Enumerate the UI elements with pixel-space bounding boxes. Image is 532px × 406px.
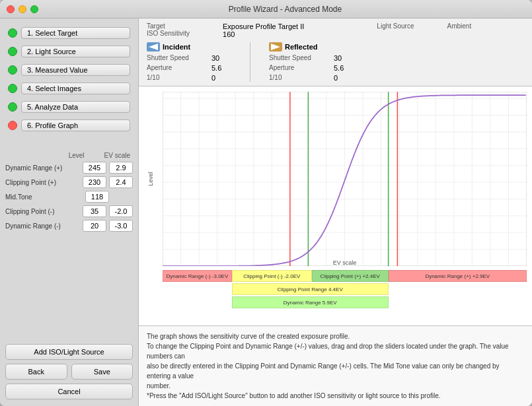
x-axis-label: EV scale [163,259,527,266]
legend-bar: Clipping Point (-) -2.0EV [232,270,312,282]
reflected-tenth-label: 1/10 [269,74,328,82]
metric-level-input-0[interactable] [83,162,106,174]
metric-label-3: Clipping Point (-) [5,208,80,215]
reflected-section: Reflected Shutter Speed 30 Aperture 5.6 … [269,42,354,82]
back-save-row: Back Save [5,364,133,380]
step-dot-4 [8,84,17,93]
target-section: Target ISO Sensitivity [147,22,190,38]
level-header: Level [69,152,85,159]
metric-level-input-1[interactable] [83,176,106,188]
target-label: Target [147,22,190,30]
reflected-aperture-val: 5.6 [334,64,354,72]
target-value: Exposure Profile Target II [223,22,304,30]
save-button[interactable]: Save [71,364,133,380]
reflected-fields: Shutter Speed 30 Aperture 5.6 1/10 0 [269,54,354,82]
metric-row-4: Dynamic Range (-) [5,220,133,232]
reflected-tenth-val: 0 [334,74,354,82]
incident-aperture-label: Aperture [147,64,206,72]
incident-label: Incident [163,43,190,51]
desc-line3: also be directly entered in the Clipping… [147,361,524,381]
step-button-1[interactable]: 1. Select Target [21,27,130,39]
legend-bar: Dynamic Range (-) -3.0EV [163,270,232,282]
target-value-section: Exposure Profile Target II 160 [223,22,304,38]
main-window: Profile Wizard - Advanced Mode 1. Select… [0,0,532,406]
incident-tenth-val: 0 [211,74,231,82]
step-button-5[interactable]: 5. Analyze Data [21,101,130,113]
window-title: Profile Wizard - Advanced Mode [45,5,525,14]
main-panel: Target ISO Sensitivity Exposure Profile … [139,18,532,406]
y-axis-label: Level [147,172,154,186]
light-source-header: Light Source [377,22,414,38]
incident-icon [147,42,160,51]
step-list: 1. Select Target2. Light Source3. Measur… [5,25,133,133]
metric-row-2: Mid.Tone [5,191,133,203]
metric-label-2: Mid.Tone [5,193,83,201]
cancel-button[interactable]: Cancel [5,384,133,399]
legend-bar: Clipping Point Range 4.4EV [232,283,389,295]
divider [250,42,250,82]
incident-fields: Shutter Speed 30 Aperture 5.6 1/10 0 [147,54,231,82]
content-area: 1. Select Target2. Light Source3. Measur… [0,18,532,406]
step-dot-5 [8,102,17,112]
metric-level-input-2[interactable] [85,191,109,203]
metric-rows: Dynamic Range (+) Clipping Point (+) Mid… [5,162,133,232]
description-section: The graph shows the sensitivity curve of… [139,325,532,406]
step-dot-1 [8,28,17,38]
step-button-3[interactable]: 3. Measured Value [21,64,130,76]
step-dot-3 [8,65,17,75]
legend-bar: Clipping Point (+) +2.4EV [312,270,389,282]
reflected-aperture-label: Aperture [269,64,328,72]
desc-line2: To change the Clipping Point and Dynamic… [147,341,524,361]
step-item-2[interactable]: 2. Light Source [5,44,133,59]
step-item-5[interactable]: 5. Analyze Data [5,99,133,115]
reflected-label: Reflected [285,43,318,51]
metric-label-0: Dynamic Range (+) [5,164,80,172]
minimize-button[interactable] [19,5,26,13]
graph-container: Level 0255075100125150175200225250-10-9-… [139,86,532,325]
close-button[interactable] [7,5,15,13]
sidebar-buttons: Add ISO/Light Source Back Save Cancel [5,344,133,399]
maximize-button[interactable] [30,5,38,13]
step-item-4[interactable]: 4. Select Images [5,81,133,96]
reflected-shutter-val: 30 [334,54,354,62]
step-button-2[interactable]: 2. Light Source [21,46,130,57]
add-iso-light-source-button[interactable]: Add ISO/Light Source [5,344,133,360]
step-button-6[interactable]: 6. Profile Graph [21,119,130,131]
metric-label-4: Dynamic Range (-) [5,222,80,230]
metric-row-0: Dynamic Range (+) [5,162,133,174]
metric-ev-input-3[interactable] [109,205,133,217]
reflected-icon [269,42,282,51]
desc-line4: number. [147,381,524,391]
step-button-4[interactable]: 4. Select Images [21,83,130,94]
ambient-label: Ambient [447,22,472,30]
traffic-lights [7,5,38,13]
metric-level-input-3[interactable] [83,205,106,217]
metric-ev-input-4[interactable] [109,220,133,232]
incident-shutter-label: Shutter Speed [147,54,206,62]
svg-marker-0 [149,44,158,50]
step-item-3[interactable]: 3. Measured Value [5,62,133,78]
legend-area: Dynamic Range (-) -3.0EVClipping Point (… [163,270,527,323]
iso-label: ISO Sensitivity [147,30,190,37]
ambient-header: Ambient [447,22,472,38]
metrics-header: Level EV scale [5,152,133,159]
titlebar: Profile Wizard - Advanced Mode [0,0,532,18]
metric-level-input-4[interactable] [83,220,106,232]
y-axis-label-container: Level [139,92,163,266]
chart-svg: 0255075100125150175200225250-10-9-8-7-6-… [163,92,527,266]
light-source-label: Light Source [377,22,414,30]
back-button[interactable]: Back [5,364,67,380]
metric-ev-input-0[interactable] [109,162,133,174]
legend-bar: Dynamic Range (+) +2.9EV [389,270,527,282]
step-item-6[interactable]: 6. Profile Graph [5,118,133,133]
step-item-1[interactable]: 1. Select Target [5,25,133,41]
incident-tenth-label: 1/10 [147,74,206,82]
ev-header: EV scale [104,152,130,159]
metric-ev-input-1[interactable] [109,176,133,188]
metrics-section: Level EV scale Dynamic Range (+) Clippin… [5,152,133,234]
step-dot-2 [8,47,17,56]
metric-row-3: Clipping Point (-) [5,205,133,217]
incident-section: Incident Shutter Speed 30 Aperture 5.6 1… [147,42,231,82]
metric-row-1: Clipping Point (+) [5,176,133,188]
desc-line5: *Press the "Add ISO/Light Source" button… [147,391,524,401]
